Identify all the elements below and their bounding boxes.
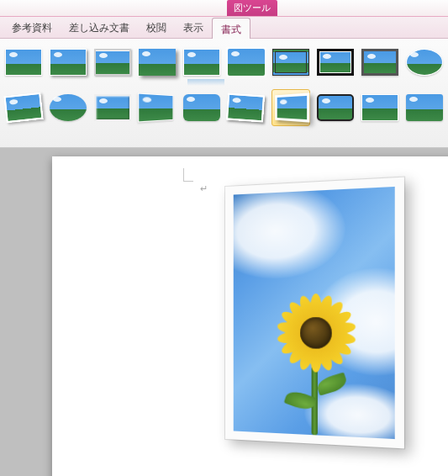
style-simple-frame-white[interactable]: [5, 44, 43, 81]
gallery-row: [5, 44, 443, 81]
style-oval[interactable]: [405, 44, 443, 81]
sunflower-graphic: [268, 286, 365, 437]
ribbon-picture-format: [0, 39, 448, 148]
tab-references[interactable]: 参考資料: [3, 17, 61, 39]
margin-mark-icon: [183, 168, 193, 182]
style-beveled-oval[interactable]: [50, 89, 87, 126]
inserted-picture[interactable]: [225, 177, 404, 449]
gallery-row: [5, 89, 443, 126]
tab-picture-format[interactable]: 書式: [212, 18, 250, 40]
tab-view[interactable]: 表示: [175, 17, 212, 39]
title-bar: 図ツール: [0, 0, 448, 17]
ribbon-tabs: 参考資料 差し込み文書 校閲 表示 書式: [0, 17, 448, 39]
style-reflected[interactable]: [183, 44, 221, 81]
style-rounded-black[interactable]: [317, 89, 355, 126]
style-relaxed-perspective-white[interactable]: [271, 89, 310, 126]
style-soft-edge[interactable]: [228, 44, 266, 81]
document-workspace: ↵: [0, 148, 448, 476]
style-perspective-shadow[interactable]: [138, 89, 176, 126]
style-simple-shadow[interactable]: [50, 44, 87, 81]
style-bevel-rect[interactable]: [405, 89, 443, 126]
picture-styles-gallery: [5, 44, 443, 126]
tab-review[interactable]: 校閲: [138, 17, 175, 39]
context-tool-tab: 図ツール: [227, 0, 277, 16]
style-reflected-bevel[interactable]: [361, 89, 398, 126]
style-relaxed-bevel[interactable]: [94, 89, 132, 126]
style-thick-black[interactable]: [316, 44, 354, 81]
style-compound[interactable]: [361, 44, 398, 81]
picture-frame: [225, 177, 404, 449]
cloud-shape: [225, 180, 345, 279]
document-page[interactable]: ↵: [52, 156, 448, 476]
tab-mailings[interactable]: 差し込み文書: [61, 17, 138, 39]
style-metal-frame[interactable]: [94, 44, 132, 81]
style-rotated-white[interactable]: [5, 89, 43, 126]
style-snip-white[interactable]: [227, 89, 265, 126]
paragraph-mark-icon: ↵: [200, 183, 208, 194]
style-double-frame[interactable]: [271, 44, 309, 81]
style-rounded[interactable]: [182, 89, 220, 126]
style-drop-shadow[interactable]: [139, 44, 177, 81]
